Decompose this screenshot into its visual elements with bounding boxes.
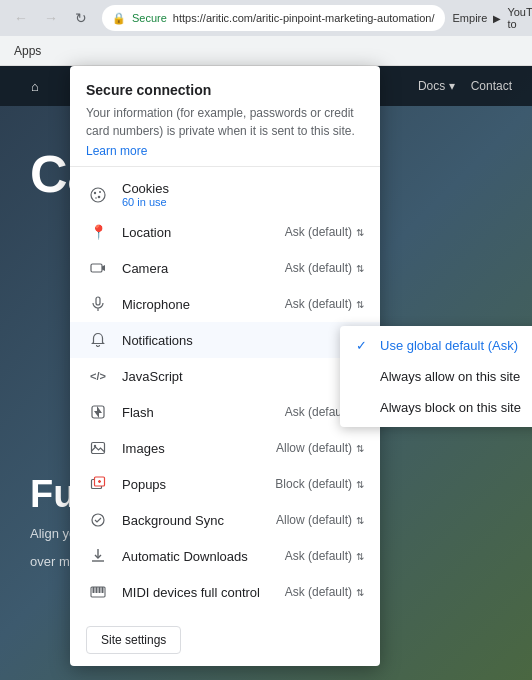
images-value: Allow (default) ⇅ — [276, 441, 364, 455]
svg-point-2 — [99, 191, 101, 193]
midi-label: MIDI devices full control — [122, 585, 285, 600]
popups-label: Popups — [122, 477, 275, 492]
empire-tab[interactable]: Empire — [453, 12, 488, 24]
check-icon: ✓ — [356, 338, 372, 353]
popups-icon — [86, 472, 110, 496]
javascript-icon: </> — [86, 364, 110, 388]
site-home-icon[interactable]: ⌂ — [20, 71, 50, 101]
permissions-section: Cookies 60 in use 📍 Location Ask (defaul… — [70, 167, 380, 618]
youtube-tab-icon: ▶ — [493, 13, 501, 24]
back-button[interactable]: ← — [8, 5, 34, 31]
location-row[interactable]: 📍 Location Ask (default) ⇅ — [70, 214, 380, 250]
svg-point-4 — [95, 197, 97, 199]
svg-rect-21 — [99, 587, 101, 593]
javascript-label: JavaScript — [122, 369, 364, 384]
microphone-arrow: ⇅ — [356, 299, 364, 310]
flash-icon — [86, 400, 110, 424]
url-text: https://aritic.com/aritic-pinpoint-marke… — [173, 12, 435, 24]
dropdown-always-block[interactable]: Always block on this site — [340, 392, 532, 423]
location-icon: 📍 — [86, 220, 110, 244]
camera-value: Ask (default) ⇅ — [285, 261, 364, 275]
microphone-row[interactable]: Microphone Ask (default) ⇅ — [70, 286, 380, 322]
youtube-tab[interactable]: YouTube to — [507, 6, 532, 30]
cookies-label: Cookies 60 in use — [122, 181, 364, 208]
notifications-row[interactable]: Notifications ✓ Use global default (Ask)… — [70, 322, 380, 358]
tab-bar-right: Empire ▶ YouTube to — [453, 6, 532, 30]
microphone-icon — [86, 292, 110, 316]
svg-rect-10 — [92, 443, 105, 454]
svg-rect-20 — [96, 587, 98, 593]
browser-top-bar: ← → ↻ 🔒 Secure https://aritic.com/aritic… — [0, 0, 532, 36]
location-value: Ask (default) ⇅ — [285, 225, 364, 239]
notifications-icon — [86, 328, 110, 352]
nav-buttons: ← → ↻ — [8, 5, 94, 31]
reload-button[interactable]: ↻ — [68, 5, 94, 31]
svg-rect-19 — [93, 587, 95, 593]
background-sync-label: Background Sync — [122, 513, 276, 528]
javascript-row[interactable]: </> JavaScript — [70, 358, 380, 394]
midi-row[interactable]: MIDI devices full control Ask (default) … — [70, 574, 380, 610]
microphone-label: Microphone — [122, 297, 285, 312]
svg-point-1 — [94, 191, 96, 193]
contact-nav-item[interactable]: Contact — [471, 79, 512, 93]
camera-icon — [86, 256, 110, 280]
secure-label: Secure — [132, 12, 167, 24]
location-label: Location — [122, 225, 285, 240]
forward-button[interactable]: → — [38, 5, 64, 31]
auto-downloads-value: Ask (default) ⇅ — [285, 549, 364, 563]
auto-downloads-icon — [86, 544, 110, 568]
microphone-value: Ask (default) ⇅ — [285, 297, 364, 311]
svg-rect-5 — [91, 264, 102, 272]
popup-header: Secure connection Your information (for … — [70, 66, 380, 167]
svg-point-0 — [91, 188, 105, 202]
flash-row[interactable]: Flash Ask (default) ⇅ — [70, 394, 380, 430]
camera-arrow: ⇅ — [356, 263, 364, 274]
svg-rect-22 — [102, 587, 104, 593]
learn-more-link[interactable]: Learn more — [86, 144, 147, 158]
images-label: Images — [122, 441, 276, 456]
cookies-row[interactable]: Cookies 60 in use — [70, 175, 380, 214]
midi-arrow: ⇅ — [356, 587, 364, 598]
location-arrow: ⇅ — [356, 227, 364, 238]
popups-value: Block (default) ⇅ — [275, 477, 364, 491]
background-sync-value: Allow (default) ⇅ — [276, 513, 364, 527]
site-settings-button[interactable]: Site settings — [86, 626, 181, 654]
midi-icon — [86, 580, 110, 604]
camera-label: Camera — [122, 261, 285, 276]
notifications-label: Notifications — [122, 333, 364, 348]
popups-row[interactable]: Popups Block (default) ⇅ — [70, 466, 380, 502]
popup-title: Secure connection — [86, 82, 364, 98]
images-arrow: ⇅ — [356, 443, 364, 454]
secure-icon: 🔒 — [112, 12, 126, 25]
apps-button[interactable]: Apps — [8, 42, 47, 60]
auto-downloads-label: Automatic Downloads — [122, 549, 285, 564]
dropdown-global-default[interactable]: ✓ Use global default (Ask) — [340, 330, 532, 361]
security-popup: Secure connection Your information (for … — [70, 66, 380, 666]
flash-label: Flash — [122, 405, 285, 420]
notifications-dropdown: ✓ Use global default (Ask) Always allow … — [340, 326, 532, 427]
docs-nav-item[interactable]: Docs ▾ — [418, 79, 455, 93]
second-bar: Apps — [0, 36, 532, 66]
svg-rect-7 — [96, 297, 100, 305]
cookies-count: 60 in use — [122, 196, 364, 208]
background-sync-row[interactable]: Background Sync Allow (default) ⇅ — [70, 502, 380, 538]
cookies-icon — [86, 183, 110, 207]
camera-row[interactable]: Camera Ask (default) ⇅ — [70, 250, 380, 286]
auto-downloads-row[interactable]: Automatic Downloads Ask (default) ⇅ — [70, 538, 380, 574]
dropdown-always-allow[interactable]: Always allow on this site — [340, 361, 532, 392]
auto-downloads-arrow: ⇅ — [356, 551, 364, 562]
background-sync-arrow: ⇅ — [356, 515, 364, 526]
address-bar[interactable]: 🔒 Secure https://aritic.com/aritic-pinpo… — [102, 5, 445, 31]
midi-value: Ask (default) ⇅ — [285, 585, 364, 599]
svg-point-3 — [98, 195, 101, 198]
background-sync-icon — [86, 508, 110, 532]
images-icon — [86, 436, 110, 460]
popups-arrow: ⇅ — [356, 479, 364, 490]
popup-description: Your information (for example, passwords… — [86, 104, 364, 140]
images-row[interactable]: Images Allow (default) ⇅ — [70, 430, 380, 466]
